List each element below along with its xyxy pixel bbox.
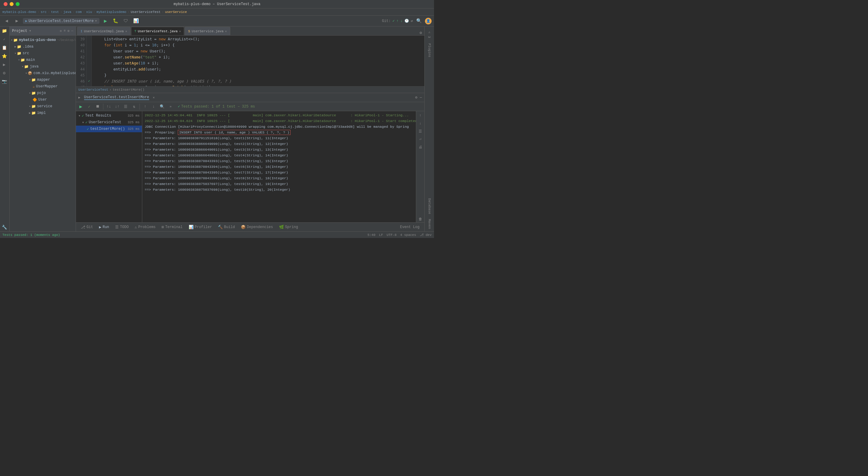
sort-desc-btn[interactable]: ↓↑ [114, 103, 121, 110]
search-button[interactable]: 🔍 [415, 17, 423, 25]
event-log-label-btn[interactable]: Event Log [398, 224, 422, 231]
run-again-button[interactable]: ▶ [77, 103, 84, 110]
git-toolbar-btn[interactable]: ⎇ Git [79, 224, 96, 231]
back-button[interactable]: ◀ [2, 17, 11, 25]
test-tab-close[interactable]: ✕ [179, 30, 181, 33]
structure-tab[interactable]: 📋 [0, 43, 8, 52]
tree-src[interactable]: ▾ 📁 src [10, 50, 76, 57]
status-line-col[interactable]: 5:40 [367, 233, 375, 237]
test-method-item[interactable]: ✓ testInsertMore() 325 ms [76, 126, 142, 132]
options-icon[interactable]: ⚙ [67, 29, 70, 33]
breadcrumb-com[interactable]: com [76, 10, 82, 14]
scroll-up-btn[interactable]: ↑ [417, 113, 424, 119]
breadcrumb-java[interactable]: java [63, 10, 71, 14]
tree-user[interactable]: 🔶 User [10, 96, 76, 103]
run-minimize-icon[interactable]: — [420, 95, 422, 100]
run-tab[interactable]: UserServiceTest.testInsertMore [84, 95, 149, 100]
run-config-arrow: ▾ [95, 19, 97, 23]
debug-button[interactable]: 🐛 [112, 17, 120, 25]
tree-service[interactable]: ▾ 📁 service [10, 103, 76, 110]
test-class-item[interactable]: ▾ ✓ UserServiceTest 325 ms [76, 119, 142, 126]
profile-button[interactable]: 📊 [132, 17, 141, 25]
todo-toolbar-btn[interactable]: ☰ TODO [113, 224, 131, 231]
breadcrumb-class[interactable]: UserServiceTest [131, 10, 161, 14]
breadcrumb-method[interactable]: userService [165, 10, 187, 14]
tab-userimpl[interactable]: I UserServiceImpl.java ✕ [77, 27, 130, 35]
test-check-btn[interactable]: ✓ [86, 103, 93, 110]
hide-icon[interactable]: — [71, 29, 73, 33]
terminal-toolbar-btn[interactable]: ⊞ Terminal [159, 224, 185, 231]
search-test-btn[interactable]: 🔍 [158, 103, 166, 110]
console-clear-btn[interactable]: 🗑 [417, 216, 424, 222]
up-btn[interactable]: ↑ [142, 103, 149, 110]
status-lf[interactable]: LF [379, 233, 383, 237]
sort-asc-btn[interactable]: ↑↓ [105, 103, 113, 110]
run-panel-tab[interactable]: ▶ [0, 60, 8, 69]
status-indent[interactable]: 4 spaces [400, 233, 416, 237]
tree-idea[interactable]: ▶ 📁 .idea [10, 43, 76, 50]
tree-main[interactable]: ▾ 📁 main [10, 57, 76, 63]
settings-vtab[interactable]: ⚙ [0, 69, 8, 77]
sort-btn[interactable]: ⇅ [130, 103, 138, 110]
impl-tab-close[interactable]: ✕ [125, 30, 127, 33]
service-tab-close[interactable]: ✕ [225, 30, 227, 33]
breadcrumb-xiu[interactable]: xiu [86, 10, 92, 14]
favorites-tab[interactable]: ⭐ [0, 52, 8, 60]
console-output[interactable]: 2022-12-25 14:45:04.481 INFO 10925 --- [… [142, 111, 416, 222]
breadcrumb-demo[interactable]: mybatisplusdemo [96, 10, 126, 14]
console-wrap-btn[interactable]: ⏎ [417, 136, 424, 142]
tree-usermapper[interactable]: ☕ UserMapper [10, 83, 76, 90]
filter-btn[interactable]: ☰ [122, 103, 129, 110]
coverage-button[interactable]: 🛡 [122, 17, 130, 25]
breadcrumb-src[interactable]: src [41, 10, 47, 14]
right-tab-database[interactable]: Database [427, 196, 433, 217]
console-print-btn[interactable]: 🖨 [417, 144, 424, 150]
stop-button[interactable]: ⏹ [94, 103, 101, 110]
code-content[interactable]: List<User> entityList = new ArrayList<>(… [92, 36, 424, 86]
editor-tab-settings[interactable]: ⚙ [417, 30, 424, 35]
breadcrumb-test[interactable]: test [51, 10, 59, 14]
right-tab-plugins[interactable]: Plugins [427, 41, 433, 60]
services-vtab[interactable]: 🔧 [0, 223, 8, 231]
commit-tab[interactable]: ✓ [0, 35, 8, 43]
user-avatar[interactable]: 👤 [425, 18, 432, 24]
forward-button[interactable]: ▶ [13, 17, 21, 25]
tree-package[interactable]: ▾ 📦 com.xiu.mybatisplusdemo [10, 70, 76, 76]
locate-icon[interactable]: ⊙ [60, 29, 62, 33]
dependencies-toolbar-btn[interactable]: 📦 Dependencies [239, 224, 275, 231]
tab-usertest[interactable]: T UserServiceTest.java ✕ [131, 27, 184, 35]
project-tab[interactable]: 📁 [0, 27, 8, 35]
build-toolbar-btn[interactable]: 🔨 Build [216, 224, 237, 231]
run-config-selector[interactable]: ▶ UserServiceTest.testInsertMore ▾ [23, 18, 99, 24]
tree-root[interactable]: ▾ 📁 mybatis-plus-demo ~/Desktop/developm… [10, 37, 76, 43]
tab-userservice[interactable]: S UserService.java ✕ [185, 27, 230, 35]
profiler-toolbar-btn[interactable]: 📊 Profiler [186, 224, 215, 231]
tree-impl[interactable]: ▶ 📁 impl [10, 110, 76, 116]
test-results-item[interactable]: ▾ ✓ Test Results 325 ms [76, 113, 142, 119]
problems-toolbar-btn[interactable]: ⚠ Problems [132, 224, 158, 231]
status-charset[interactable]: UTF-8 [387, 233, 397, 237]
run-button[interactable]: ▶ [101, 17, 110, 25]
minimize-button[interactable] [10, 2, 13, 6]
event-log-btn[interactable]: Event Log [398, 224, 422, 231]
breadcrumb-project[interactable]: mybatis-plus-demo [2, 10, 36, 14]
camera-vtab[interactable]: 📷 [0, 77, 8, 86]
spring-toolbar-btn[interactable]: 🌿 Spring [277, 224, 301, 231]
maximize-button[interactable] [16, 2, 20, 6]
down-btn[interactable]: ↓ [150, 103, 157, 110]
run-settings-icon[interactable]: ⚙ [415, 95, 417, 100]
right-tab-maven[interactable]: Maven [427, 217, 433, 231]
tree-java[interactable]: ▾ 📁 java [10, 63, 76, 70]
tree-mapper[interactable]: ▾ 📁 mapper [10, 76, 76, 83]
tree-pojo[interactable]: ▾ 📁 pojo [10, 90, 76, 96]
scroll-down-btn[interactable]: ↓ [417, 120, 424, 127]
run-tab-close[interactable]: ✕ [153, 95, 155, 99]
right-tab-notifications[interactable]: ⚠ 3 [426, 28, 433, 40]
close-button[interactable] [4, 2, 7, 6]
more-btn[interactable]: » [167, 103, 174, 110]
console-filter-btn[interactable]: ☰ [417, 128, 424, 135]
status-branch[interactable]: ⎇ dev [420, 233, 432, 237]
collapse-icon[interactable]: ≡ [64, 29, 66, 33]
project-dropdown-icon[interactable]: ▾ [29, 29, 31, 33]
run-toolbar-btn[interactable]: ▶ Run [97, 224, 112, 231]
